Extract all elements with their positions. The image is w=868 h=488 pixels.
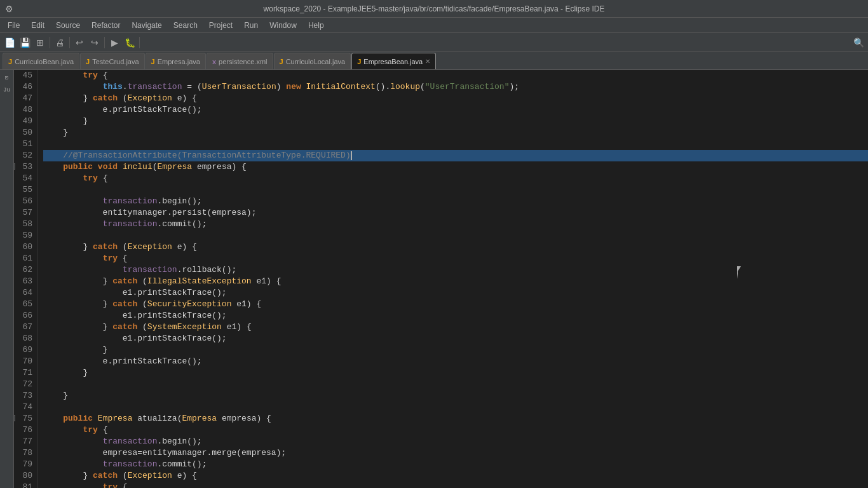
gutter-icon-2[interactable]: Ju bbox=[2, 85, 12, 95]
code-line-58: transaction.commit(); bbox=[43, 219, 868, 230]
line-num-55: 55 bbox=[17, 184, 32, 196]
code-line-51 bbox=[43, 139, 868, 150]
toolbar-save-all[interactable]: ⊞ bbox=[33, 36, 47, 50]
gutter-icon-1[interactable]: ⊡ bbox=[2, 72, 12, 83]
tab-testecrud[interactable]: J TesteCrud.java bbox=[80, 53, 145, 69]
line-num-53: 53− bbox=[17, 161, 32, 173]
code-line-56: transaction.begin(); bbox=[43, 196, 868, 207]
menu-help[interactable]: Help bbox=[303, 20, 329, 31]
code-line-77: transaction.begin(); bbox=[43, 436, 868, 447]
toolbar-undo[interactable]: ↩ bbox=[72, 36, 86, 50]
toolbar-redo[interactable]: ↪ bbox=[88, 36, 102, 50]
code-line-63: } catch (IllegalStateException e1) { bbox=[43, 276, 868, 287]
line-num-62: 62 bbox=[17, 264, 32, 276]
line-num-57: 57 bbox=[17, 207, 32, 219]
line-num-45: 45 bbox=[17, 70, 32, 81]
menu-refactor[interactable]: Refactor bbox=[86, 20, 125, 31]
tab-close-empresabean[interactable]: ✕ bbox=[425, 58, 430, 65]
tab-label-persistence: persistence.xml bbox=[219, 58, 267, 65]
menu-source[interactable]: Source bbox=[51, 20, 85, 31]
menu-edit[interactable]: Edit bbox=[26, 20, 50, 31]
code-line-61: try { bbox=[43, 253, 868, 264]
code-line-78: empresa=entitymanager.merge(empresa); bbox=[43, 447, 868, 459]
toolbar-debug[interactable]: 🐛 bbox=[123, 36, 137, 50]
code-line-57: entitymanager.persist(empresa); bbox=[43, 207, 868, 219]
title-bar: ⚙ workspace_2020 - ExampleJEE5-master/ja… bbox=[0, 0, 868, 18]
code-line-59 bbox=[43, 230, 868, 241]
tab-label-empresabean: EmpresaBean.java bbox=[363, 58, 423, 65]
code-line-75: public Empresa atualiza(Empresa empresa)… bbox=[43, 413, 868, 424]
line-num-61: 61 bbox=[17, 253, 32, 264]
code-line-49: } bbox=[43, 116, 868, 127]
line-num-47: 47 bbox=[17, 93, 32, 104]
line-num-64: 64 bbox=[17, 287, 32, 299]
code-content[interactable]: try { this.transaction = (UserTransactio… bbox=[38, 70, 868, 488]
line-num-48: 48 bbox=[17, 104, 32, 116]
code-line-71: } bbox=[43, 367, 868, 379]
toolbar-sep3 bbox=[104, 37, 105, 48]
line-num-50: 50 bbox=[17, 127, 32, 139]
line-num-58: 58 bbox=[17, 219, 32, 230]
tab-curriculobean[interactable]: J CurriculoBean.java bbox=[3, 53, 79, 69]
line-num-80: 80 bbox=[17, 470, 32, 482]
code-line-55 bbox=[43, 184, 868, 196]
code-line-66: e1.printStackTrace(); bbox=[43, 310, 868, 322]
menu-file[interactable]: File bbox=[3, 20, 25, 31]
line-num-60: 60 bbox=[17, 241, 32, 253]
code-line-47: } catch (Exception e) { bbox=[43, 93, 868, 104]
code-line-81: try { bbox=[43, 482, 868, 488]
toolbar-save[interactable]: 💾 bbox=[18, 36, 32, 50]
line-num-81: 81 bbox=[17, 482, 32, 488]
menu-bar: File Edit Source Refactor Navigate Searc… bbox=[0, 18, 868, 33]
code-line-68: e1.printStackTrace(); bbox=[43, 333, 868, 344]
menu-window[interactable]: Window bbox=[264, 20, 302, 31]
code-line-69: } bbox=[43, 344, 868, 356]
toolbar-run[interactable]: ▶ bbox=[107, 36, 121, 50]
toolbar-print[interactable]: 🖨 bbox=[53, 36, 67, 50]
code-line-76: try { bbox=[43, 424, 868, 436]
line-num-54: 54 bbox=[17, 173, 32, 184]
line-num-75: 75− bbox=[17, 413, 32, 424]
editor[interactable]: 45 46 47 48 49 50 51 52 53− 54 55 56 57 … bbox=[14, 70, 868, 488]
tab-icon-curriculolocal: J bbox=[280, 58, 283, 65]
line-num-52: 52 bbox=[17, 150, 32, 161]
code-line-65: } catch (SecurityException e1) { bbox=[43, 299, 868, 310]
code-line-70: e.printStackTrace(); bbox=[43, 356, 868, 367]
line-num-66: 66 bbox=[17, 310, 32, 322]
code-line-46: this.transaction = (UserTransaction) new… bbox=[43, 81, 868, 93]
tab-label-curriculobean: CurriculoBean.java bbox=[15, 58, 74, 65]
tab-empresa[interactable]: J Empresa.java bbox=[146, 53, 206, 69]
line-num-56: 56 bbox=[17, 196, 32, 207]
code-line-72 bbox=[43, 379, 868, 390]
menu-navigate[interactable]: Navigate bbox=[126, 20, 166, 31]
main-area: ⊡ Ju 45 46 47 48 49 50 51 52 53− 54 55 5… bbox=[0, 70, 868, 488]
code-line-74 bbox=[43, 402, 868, 413]
tab-persistence[interactable]: x persistence.xml bbox=[207, 53, 273, 69]
toolbar: 📄 💾 ⊞ 🖨 ↩ ↪ ▶ 🐛 🔍 bbox=[0, 33, 868, 52]
code-line-62: transaction.rollback(); bbox=[43, 264, 868, 276]
toolbar-new[interactable]: 📄 bbox=[3, 36, 17, 50]
line-num-73: 73 bbox=[17, 390, 32, 402]
tab-icon-persistence: x bbox=[212, 58, 216, 65]
menu-project[interactable]: Project bbox=[204, 20, 238, 31]
line-num-70: 70 bbox=[17, 356, 32, 367]
tab-icon-testecrud: J bbox=[86, 58, 90, 65]
toolbar-search[interactable]: 🔍 bbox=[851, 36, 865, 50]
eclipse-icon: ⚙ bbox=[5, 4, 13, 14]
tab-empresabean[interactable]: J EmpresaBean.java ✕ bbox=[351, 53, 436, 69]
line-num-51: 51 bbox=[17, 139, 32, 150]
menu-search[interactable]: Search bbox=[168, 20, 203, 31]
tab-curriculolocal[interactable]: J CurriculoLocal.java bbox=[274, 53, 351, 69]
tab-label-testecrud: TesteCrud.java bbox=[92, 58, 139, 65]
tab-label-curriculolocal: CurriculoLocal.java bbox=[286, 58, 346, 65]
line-num-65: 65 bbox=[17, 299, 32, 310]
line-num-49: 49 bbox=[17, 116, 32, 127]
line-num-69: 69 bbox=[17, 344, 32, 356]
line-num-76: 76 bbox=[17, 424, 32, 436]
code-line-80: } catch (Exception e) { bbox=[43, 470, 868, 482]
tab-icon-curriculobean: J bbox=[8, 58, 12, 65]
toolbar-sep2 bbox=[69, 37, 70, 48]
menu-run[interactable]: Run bbox=[239, 20, 263, 31]
line-num-67: 67 bbox=[17, 322, 32, 333]
left-gutter: ⊡ Ju bbox=[0, 70, 14, 488]
